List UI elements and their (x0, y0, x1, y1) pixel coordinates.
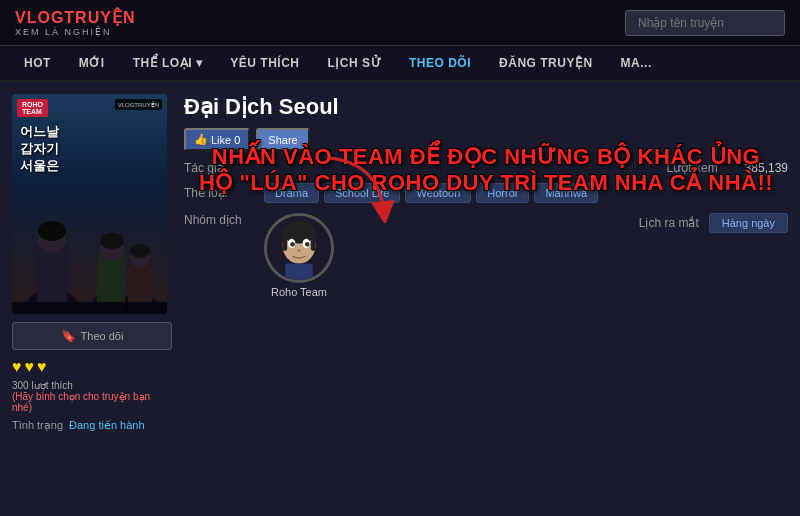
svg-point-20 (290, 242, 295, 247)
heart-1[interactable]: ♥ (12, 358, 22, 376)
main-content: ROHOTEAM VLOGTRUYỆN 어느날 갑자기 서울은 (0, 82, 800, 444)
cover-korean-text: 어느날 갑자기 서울은 (20, 124, 59, 175)
svg-rect-16 (283, 232, 288, 250)
svg-rect-1 (37, 244, 67, 309)
nav-ma[interactable]: MA... (607, 46, 666, 80)
header: VLOGTRUYỆN XEM LÀ NGHIỆN (0, 0, 800, 46)
nav-yeu-thich[interactable]: YÊU THÍCH (216, 46, 313, 80)
nav-hot[interactable]: HOT (10, 46, 65, 80)
cover-illustration: ROHOTEAM VLOGTRUYỆN 어느날 갑자기 서울은 (12, 94, 167, 314)
status-label: Tình trạng (12, 419, 63, 432)
right-panel: Đại Dịch Seoul 👍 Like 0 Share NHẤN VÀO T… (184, 94, 788, 432)
svg-point-22 (297, 249, 301, 252)
lich-ra-mat-label: Lịch ra mắt (639, 216, 699, 230)
overlay-line1: NHẤN VÀO TEAM ĐỂ ĐỌC NHỮNG BỘ KHÁC ỦNG (184, 144, 788, 170)
lich-ra-mat-row: Lịch ra mắt Hàng ngày (639, 213, 788, 233)
vlog-cover-badge: VLOGTRUYỆN (115, 99, 162, 110)
follow-button[interactable]: 🔖 Theo dõi (12, 322, 172, 350)
arrow-svg (319, 153, 399, 223)
bookmark-icon: 🔖 (61, 329, 76, 343)
roho-badge: ROHOTEAM (17, 99, 48, 117)
hearts-row: ♥ ♥ ♥ (12, 358, 172, 376)
likes-count: 300 lượt thích (12, 380, 172, 391)
translator-name: Roho Team (271, 286, 327, 298)
overlay-line2: HỘ "LÚA" CHO ROHO DUY TRÌ TEAM NHA CẢ NH… (184, 170, 788, 196)
follow-label: Theo dõi (81, 330, 124, 342)
likes-cta[interactable]: (Hãy bình chọn cho truyện bạn nhé) (12, 391, 172, 413)
nhom-dich-label: Nhóm dịch (184, 213, 254, 227)
logo-area: VLOGTRUYỆN XEM LÀ NGHIỆN (15, 8, 135, 37)
main-nav: HOT MỚI THỂ LOẠI ▾ YÊU THÍCH LỊCH SỬ THE… (0, 46, 800, 82)
nav-moi[interactable]: MỚI (65, 46, 119, 80)
status-value: Đang tiến hành (69, 419, 145, 432)
heart-3[interactable]: ♥ (37, 358, 47, 376)
overlay-promo-text: NHẤN VÀO TEAM ĐỂ ĐỌC NHỮNG BỘ KHÁC ỦNG H… (184, 144, 788, 197)
nav-dang-truyen[interactable]: ĐĂNG TRUYỆN (485, 46, 607, 80)
nav-lich-su[interactable]: LỊCH SỬ (314, 46, 396, 80)
translator-block: Roho Team (264, 213, 334, 298)
svg-point-15 (283, 221, 316, 243)
manga-title: Đại Dịch Seoul (184, 94, 788, 120)
nav-the-loai[interactable]: THỂ LOẠI ▾ (119, 46, 217, 80)
svg-rect-9 (128, 262, 152, 309)
nhom-dich-row: Nhóm dịch (184, 213, 334, 298)
svg-point-7 (100, 233, 124, 249)
svg-rect-17 (311, 232, 316, 250)
svg-rect-12 (12, 302, 167, 314)
manga-cover: ROHOTEAM VLOGTRUYỆN 어느날 갑자기 서울은 (12, 94, 167, 314)
logo-title[interactable]: VLOGTRUYỆN (15, 8, 135, 27)
svg-point-11 (130, 244, 150, 258)
nhom-lich-row: Nhóm dịch (184, 213, 788, 308)
lich-ra-mat-value: Hàng ngày (709, 213, 788, 233)
translator-avatar[interactable] (264, 213, 334, 283)
svg-point-3 (38, 221, 66, 241)
svg-rect-23 (285, 264, 312, 282)
translator-face-svg (267, 213, 331, 283)
nav-theo-doi[interactable]: THEO DÕI (395, 46, 485, 80)
svg-rect-5 (97, 254, 125, 309)
search-input[interactable] (625, 10, 785, 36)
logo-subtitle: XEM LÀ NGHIỆN (15, 27, 112, 37)
left-panel: ROHOTEAM VLOGTRUYỆN 어느날 갑자기 서울은 (12, 94, 172, 432)
svg-point-21 (305, 242, 310, 247)
heart-2[interactable]: ♥ (25, 358, 35, 376)
status-row: Tình trạng Đang tiến hành (12, 419, 172, 432)
